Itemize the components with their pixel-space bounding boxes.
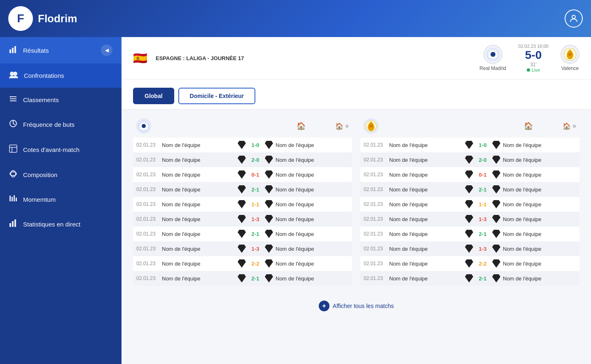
home-team-badge [465, 156, 473, 164]
row-date: 02.01.23 [136, 231, 159, 237]
row-date: 02.01.23 [136, 142, 159, 148]
live-label: Live [532, 68, 540, 72]
table-row[interactable]: 02.01.23 Nom de l'équipe 1-3 Nom de l'éq… [133, 241, 352, 256]
plus-icon: + [319, 301, 329, 311]
tab-global[interactable]: Global [133, 88, 174, 104]
match-score: 2-2 [476, 261, 490, 267]
away-team-name: Nom de l'équipe [503, 261, 576, 267]
svg-rect-17 [16, 198, 17, 201]
league-name: ESPAGNE : LALIGA - JOURNÉE 17 [156, 55, 244, 61]
table-row[interactable]: 02.01.23 Nom de l'équipe 1-1 Nom de l'éq… [360, 197, 579, 212]
row-date: 02.01.23 [364, 216, 387, 222]
home-team-name: Nom de l'équipe [162, 246, 235, 252]
sidebar-item-cotes[interactable]: Cotes d'avant-match [0, 137, 121, 162]
svg-rect-18 [9, 223, 11, 227]
table-row[interactable]: 02.01.23 Nom de l'équipe 2-1 Nom de l'éq… [133, 182, 352, 197]
svg-point-5 [13, 72, 17, 76]
table-row[interactable]: 02.01.23 Nom de l'équipe 1-0 Nom de l'éq… [133, 138, 352, 152]
home-icon: 🏠 [297, 121, 306, 131]
home-team-badge [465, 215, 473, 223]
match-score: 1-1 [248, 201, 262, 208]
table-row[interactable]: 02.01.23 Nom de l'équipe 2-1 Nom de l'éq… [360, 226, 579, 241]
tab-domicile-exterieur[interactable]: Domicile - Extérieur [178, 88, 256, 104]
away-team-badge [492, 200, 500, 208]
away-icon-right: 🏠⚙ [563, 122, 576, 130]
away-team-name: Nom de l'équipe [503, 187, 576, 193]
away-icon: 🏠⚙ [335, 122, 349, 130]
table-row[interactable]: 02.01.23 Nom de l'équipe 0-1 Nom de l'éq… [360, 167, 579, 182]
away-team-name: Nom de l'équipe [276, 275, 349, 282]
away-team-name: Nom de l'équipe [276, 216, 349, 222]
show-all-button[interactable]: + Afficher tous les matchs [319, 301, 394, 311]
logo-area: F Flodrim [8, 6, 77, 31]
table-row[interactable]: 02.01.23 Nom de l'équipe 2-1 Nom de l'éq… [133, 226, 352, 241]
home-team-badge [238, 274, 246, 282]
user-avatar[interactable] [565, 9, 583, 28]
confrontations-area: 🏠 🏠⚙ 02.01.23 Nom de l'équipe 1-0 Nom de… [121, 110, 591, 292]
away-team-name: Nom de l'équipe [503, 157, 576, 163]
home-team-name: Nom de l'équipe [389, 201, 463, 208]
sidebar-item-label: Classements [23, 96, 59, 103]
away-team-badge [265, 156, 273, 164]
home-team-name: Nom de l'équipe [162, 201, 235, 208]
home-team-badge [238, 185, 246, 194]
sidebar-item-resultats[interactable]: Résultats ◀ [0, 37, 121, 63]
table-row[interactable]: 02.01.23 Nom de l'équipe 2-1 Nom de l'éq… [360, 182, 579, 197]
away-team-badge [265, 259, 273, 268]
away-team-name: Nom de l'équipe [503, 142, 576, 148]
away-team-badge [492, 259, 500, 268]
match-score: 5-0 [513, 49, 554, 62]
away-team-name: Nom de l'équipe [276, 201, 349, 208]
home-team-badge [465, 230, 473, 238]
match-minute: 31' [513, 62, 554, 68]
away-team-badge [265, 141, 273, 149]
away-team-badge [492, 185, 500, 194]
table-row[interactable]: 02.01.23 Nom de l'équipe 2-1 Nom de l'éq… [360, 271, 579, 286]
table-row[interactable]: 02.01.23 Nom de l'équipe 2-2 Nom de l'éq… [133, 256, 352, 271]
back-button[interactable]: ◀ [101, 44, 112, 56]
match-header: 🇪🇸 ESPAGNE : LALIGA - JOURNÉE 17 Real Ma… [121, 37, 591, 79]
away-team-name: Nom de l'équipe [503, 172, 576, 178]
table-row[interactable]: 02.01.23 Nom de l'équipe 1-3 Nom de l'éq… [360, 212, 579, 226]
away-team-name: Nom de l'équipe [503, 246, 576, 252]
svg-point-23 [491, 52, 495, 57]
statistiques-icon [9, 219, 17, 229]
sidebar: Résultats ◀ Confrontations Classements [0, 37, 121, 364]
home-team-name: Real Madrid [479, 65, 506, 71]
sidebar-item-frequence-buts[interactable]: Fréquence de buts [0, 112, 121, 137]
table-row[interactable]: 02.01.23 Nom de l'équipe 1-3 Nom de l'éq… [133, 212, 352, 226]
table-row[interactable]: 02.01.23 Nom de l'équipe 1-3 Nom de l'éq… [360, 241, 579, 256]
row-date: 02.01.23 [364, 172, 387, 177]
row-date: 02.01.23 [364, 231, 387, 237]
main-content: 🇪🇸 ESPAGNE : LALIGA - JOURNÉE 17 Real Ma… [121, 37, 591, 364]
table-row[interactable]: 02.01.23 Nom de l'équipe 2-0 Nom de l'éq… [133, 152, 352, 167]
table-row[interactable]: 02.01.23 Nom de l'équipe 2-2 Nom de l'éq… [360, 256, 579, 271]
tabs-area: Global Domicile - Extérieur [121, 79, 591, 110]
sidebar-item-momemtum[interactable]: Momemtum [0, 187, 121, 212]
home-team-name: Nom de l'équipe [389, 275, 463, 282]
logo-icon: F [8, 6, 33, 31]
table-row[interactable]: 02.01.23 Nom de l'équipe 0-1 Nom de l'éq… [133, 167, 352, 182]
away-team-badge [492, 274, 500, 282]
home-team-badge [465, 200, 473, 208]
svg-point-28 [142, 124, 146, 128]
sidebar-item-label: Cotes d'avant-match [23, 146, 79, 153]
away-team-crest [561, 45, 579, 64]
two-columns: 🏠 🏠⚙ 02.01.23 Nom de l'équipe 1-0 Nom de… [133, 116, 579, 286]
svg-marker-9 [9, 96, 11, 98]
home-team-badge [465, 170, 473, 179]
sidebar-item-classements[interactable]: Classements [0, 88, 121, 112]
home-team-name: Nom de l'équipe [162, 231, 235, 237]
table-row[interactable]: 02.01.23 Nom de l'équipe 2-0 Nom de l'éq… [360, 152, 579, 167]
sidebar-item-label: Statistiques en direct [23, 221, 80, 228]
table-row[interactable]: 02.01.23 Nom de l'équipe 1-0 Nom de l'éq… [360, 138, 579, 152]
sidebar-item-confrontations[interactable]: Confrontations [0, 63, 121, 88]
away-team-name: Nom de l'équipe [276, 231, 349, 237]
table-row[interactable]: 02.01.23 Nom de l'équipe 2-1 Nom de l'éq… [133, 271, 352, 286]
show-all-area: + Afficher tous les matchs [121, 292, 591, 320]
match-score: 1-0 [248, 142, 262, 148]
sidebar-item-statistiques[interactable]: Statistiques en direct [0, 212, 121, 237]
sidebar-item-label: Fréquence de buts [23, 121, 75, 128]
sidebar-item-composition[interactable]: Composition [0, 162, 121, 187]
table-row[interactable]: 02.01.23 Nom de l'équipe 1-1 Nom de l'éq… [133, 197, 352, 212]
